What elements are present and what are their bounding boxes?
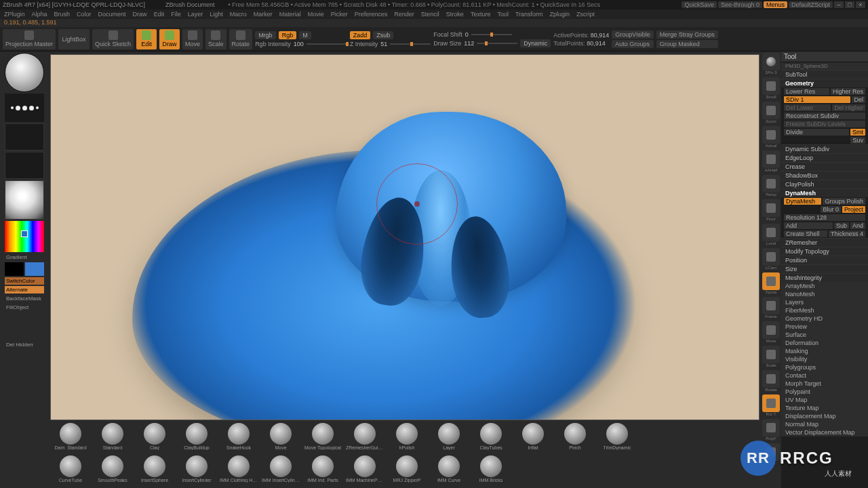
section-shadowbox[interactable]: ShadowBox bbox=[781, 171, 868, 180]
dynamesh-section[interactable]: DynaMesh bbox=[781, 188, 868, 197]
brush-insertsphere[interactable]: InsertSphere bbox=[136, 455, 174, 483]
brush-snakehook[interactable]: SnakeHook bbox=[220, 423, 258, 450]
brush-inflat[interactable]: Inflat bbox=[514, 423, 552, 450]
project-toggle[interactable]: Project bbox=[842, 206, 865, 213]
brush-layer[interactable]: Layer bbox=[430, 423, 468, 450]
menu-light[interactable]: Light bbox=[210, 11, 223, 18]
brush-dam-standard[interactable]: Dam_Standard bbox=[52, 423, 90, 450]
rotate-mode-button[interactable]: Rotate bbox=[229, 29, 253, 49]
menu-movie[interactable]: Movie bbox=[308, 11, 324, 18]
gradient-label[interactable]: Gradient bbox=[5, 253, 44, 261]
brush-imm-curve[interactable]: IMM Curve bbox=[430, 455, 468, 483]
brush-claybuildup[interactable]: ClayBuildup bbox=[178, 423, 216, 450]
menu-zplugin[interactable]: ZPlugin bbox=[4, 11, 25, 18]
thickness-slider[interactable]: Thickness 4 bbox=[829, 230, 865, 237]
xpose-icon[interactable] bbox=[762, 272, 780, 290]
actual-icon[interactable] bbox=[762, 126, 780, 144]
menu-preferences[interactable]: Preferences bbox=[355, 11, 388, 18]
color-picker[interactable] bbox=[5, 221, 44, 252]
brush-imm-machineparts[interactable]: IMM MachineParts bbox=[346, 455, 384, 483]
dynamic-toggle[interactable]: Dynamic bbox=[520, 39, 551, 47]
create-shell-button[interactable]: Create Shell bbox=[784, 230, 827, 237]
section-surface[interactable]: Surface bbox=[781, 331, 868, 339]
zsub-button[interactable]: Zsub bbox=[373, 31, 393, 39]
section-edgeloop[interactable]: EdgeLoop bbox=[781, 153, 868, 162]
seethrough-slider[interactable]: See-through 0 bbox=[718, 1, 762, 8]
section-position[interactable]: Position bbox=[781, 256, 868, 264]
merge-stray-button[interactable]: Merge Stray Groups bbox=[656, 30, 718, 39]
brush-insertcylinder[interactable]: InsertCylinder bbox=[178, 455, 216, 483]
brush-move-topological[interactable]: Move Topological bbox=[304, 423, 342, 450]
lower-res-button[interactable]: Lower Res bbox=[784, 88, 829, 95]
group-visible-button[interactable]: GroupVisible bbox=[612, 30, 653, 39]
menu-picker[interactable]: Picker bbox=[331, 11, 348, 18]
menu-zscript[interactable]: Zscript bbox=[576, 11, 595, 18]
projection-master-button[interactable]: Projection Master bbox=[3, 29, 56, 49]
add-button[interactable]: Add bbox=[784, 222, 833, 229]
brush-smoothpeaks[interactable]: SmoothPeaks bbox=[94, 455, 132, 483]
brush-move[interactable]: Move bbox=[262, 423, 300, 450]
z-intensity-slider[interactable]: Z Intensity 51 bbox=[350, 41, 431, 47]
rotate-icon[interactable] bbox=[762, 370, 780, 388]
section-claypolish[interactable]: ClayPolish bbox=[781, 180, 868, 188]
scale-icon[interactable] bbox=[762, 346, 780, 363]
section-polygroups[interactable]: Polygroups bbox=[781, 363, 868, 371]
section-size[interactable]: Size bbox=[781, 264, 868, 273]
brush-claytubes[interactable]: ClayTubes bbox=[472, 423, 510, 450]
brush-clay[interactable]: Clay bbox=[136, 423, 174, 450]
mrgb-button[interactable]: Mrgb bbox=[255, 31, 276, 39]
menu-material[interactable]: Material bbox=[279, 11, 301, 18]
polyf-icon[interactable] bbox=[762, 419, 780, 436]
aahalf-icon[interactable] bbox=[762, 150, 780, 168]
move-icon[interactable] bbox=[762, 321, 780, 339]
del-hidden-button[interactable]: Del Hidden bbox=[5, 341, 44, 348]
alpha-slot[interactable] bbox=[5, 123, 44, 150]
auto-groups-button[interactable]: Auto Groups bbox=[612, 40, 653, 48]
menu-macro[interactable]: Macro bbox=[230, 11, 247, 18]
section-geometry-hd[interactable]: Geometry HD bbox=[781, 314, 868, 323]
quick-sketch-button[interactable]: Quick Sketch bbox=[92, 29, 134, 49]
section-morph-target[interactable]: Morph Target bbox=[781, 380, 868, 388]
tool-header[interactable]: Tool bbox=[781, 52, 868, 62]
menu-layer[interactable]: Layer bbox=[188, 11, 203, 18]
menu-stroke[interactable]: Stroke bbox=[446, 11, 464, 18]
canvas-icon[interactable] bbox=[762, 53, 780, 70]
section-preview[interactable]: Preview bbox=[781, 323, 868, 331]
sdiv-slider[interactable]: SDiv 1 bbox=[784, 96, 850, 103]
suv-toggle[interactable]: Suv bbox=[850, 137, 865, 144]
section-nanomesh[interactable]: NanoMesh bbox=[781, 290, 868, 298]
section-texture-map[interactable]: Texture Map bbox=[781, 404, 868, 412]
section-visibility[interactable]: Visibility bbox=[781, 355, 868, 363]
menu-document[interactable]: Document bbox=[98, 11, 126, 18]
brush-imm-clothing-hard[interactable]: IMM Clothing Hard bbox=[220, 455, 258, 483]
draw-size-slider[interactable]: Draw Size 112 Dynamic bbox=[433, 39, 551, 47]
brush-hpolish[interactable]: hPolish bbox=[388, 423, 426, 450]
section-arraymesh[interactable]: ArrayMesh bbox=[781, 282, 868, 290]
texture-slot[interactable] bbox=[5, 152, 44, 179]
rgb-intensity-slider[interactable]: Rgb Intensity 100 bbox=[255, 41, 347, 47]
del-sdiv-button[interactable]: Del bbox=[852, 96, 865, 103]
local-icon[interactable] bbox=[762, 224, 780, 241]
m-button[interactable]: M bbox=[299, 31, 311, 39]
alternate-button[interactable]: Alternate bbox=[5, 286, 44, 293]
section-meshintegrity[interactable]: MeshIntegrity bbox=[781, 273, 868, 282]
solo-icon[interactable] bbox=[762, 443, 780, 461]
menu-edit[interactable]: Edit bbox=[154, 11, 165, 18]
draw-mode-button[interactable]: Draw bbox=[159, 29, 180, 49]
divide-button[interactable]: Divide bbox=[784, 129, 849, 136]
menu-marker[interactable]: Marker bbox=[254, 11, 273, 18]
zoom-icon[interactable] bbox=[762, 102, 780, 119]
brush-imm-ind-parts[interactable]: IMM Ind. Parts bbox=[304, 455, 342, 483]
persp-icon[interactable] bbox=[762, 175, 780, 192]
backface-mask-button[interactable]: BackfaceMask bbox=[5, 295, 44, 302]
focal-shift-slider[interactable]: Focal Shift 0 bbox=[433, 31, 551, 38]
section-zremesher[interactable]: ZRemesher bbox=[781, 238, 868, 247]
section-deformation[interactable]: Deformation bbox=[781, 339, 868, 347]
brush-imm-insertcylinderext[interactable]: IMM InsertCylinderExt bbox=[262, 455, 300, 483]
viewport[interactable] bbox=[50, 54, 760, 420]
floor-icon[interactable] bbox=[762, 199, 780, 217]
resolution-slider[interactable]: Resolution 128 bbox=[784, 214, 865, 221]
higher-res-button[interactable]: Higher Res bbox=[831, 88, 865, 95]
section-dynamic-subdiv[interactable]: Dynamic Subdiv bbox=[781, 144, 868, 153]
xyz-icon[interactable] bbox=[762, 394, 780, 412]
